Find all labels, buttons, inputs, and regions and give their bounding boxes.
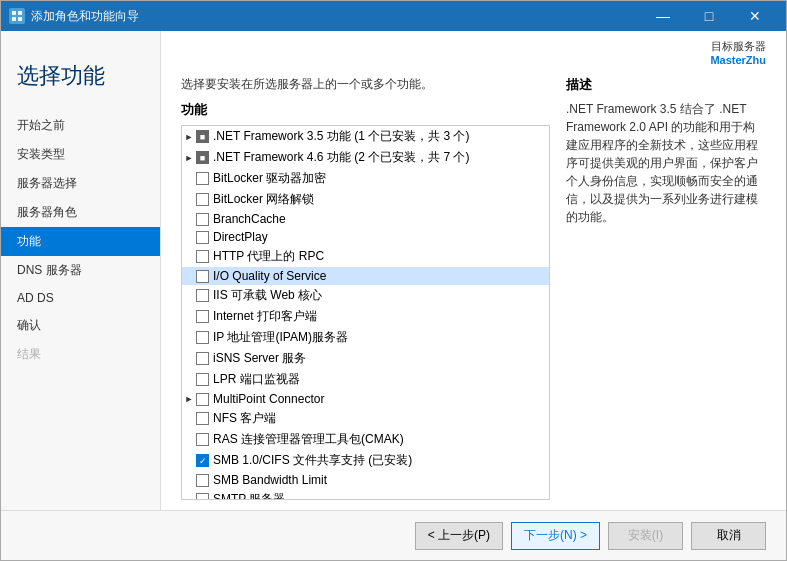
expand-icon[interactable]: ►: [182, 130, 196, 144]
feature-checkbox[interactable]: [196, 352, 209, 365]
sidebar-item-features[interactable]: 功能: [1, 227, 160, 256]
expand-icon[interactable]: ►: [182, 392, 196, 406]
page-title: 选择功能: [17, 61, 144, 91]
feature-label: LPR 端口监视器: [213, 371, 300, 388]
feature-label: DirectPlay: [213, 230, 268, 244]
feature-label: IP 地址管理(IPAM)服务器: [213, 329, 348, 346]
install-button: 安装(I): [608, 522, 683, 550]
feature-checkbox[interactable]: [196, 289, 209, 302]
close-button[interactable]: ✕: [732, 1, 778, 31]
feature-checkbox[interactable]: [196, 412, 209, 425]
feature-item[interactable]: LPR 端口监视器: [182, 369, 549, 390]
feature-label: .NET Framework 4.6 功能 (2 个已安装，共 7 个): [213, 149, 469, 166]
svg-rect-2: [12, 17, 16, 21]
feature-checkbox[interactable]: [196, 393, 209, 406]
feature-checkbox[interactable]: [196, 310, 209, 323]
cancel-button[interactable]: 取消: [691, 522, 766, 550]
feature-label: BranchCache: [213, 212, 286, 226]
back-button[interactable]: < 上一步(P): [415, 522, 503, 550]
feature-item[interactable]: IP 地址管理(IPAM)服务器: [182, 327, 549, 348]
feature-item[interactable]: DirectPlay: [182, 228, 549, 246]
left-panel: 选择要安装在所选服务器上的一个或多个功能。 功能 ►■.NET Framewor…: [181, 76, 550, 500]
feature-checkbox[interactable]: [196, 270, 209, 283]
feature-item[interactable]: Internet 打印客户端: [182, 306, 549, 327]
sidebar-item-server-role[interactable]: 服务器角色: [1, 198, 160, 227]
sidebar-item-ad-ds[interactable]: AD DS: [1, 285, 160, 311]
page-title-area: 选择功能: [1, 51, 160, 107]
svg-rect-1: [18, 11, 22, 15]
feature-label: iSNS Server 服务: [213, 350, 306, 367]
feature-item[interactable]: BranchCache: [182, 210, 549, 228]
feature-item[interactable]: IIS 可承载 Web 核心: [182, 285, 549, 306]
feature-item[interactable]: ►MultiPoint Connector: [182, 390, 549, 408]
svg-rect-0: [12, 11, 16, 15]
feature-checkbox[interactable]: [196, 433, 209, 446]
features-section-label: 功能: [181, 101, 550, 119]
feature-label: BitLocker 驱动器加密: [213, 170, 326, 187]
feature-label: NFS 客户端: [213, 410, 276, 427]
feature-item[interactable]: BitLocker 网络解锁: [182, 189, 549, 210]
window-title: 添加角色和功能向导: [31, 8, 139, 25]
feature-item[interactable]: RAS 连接管理器管理工具包(CMAK): [182, 429, 549, 450]
sidebar-item-result: 结果: [1, 340, 160, 369]
sidebar: 选择功能 开始之前安装类型服务器选择服务器角色功能DNS 服务器AD DS确认结…: [1, 31, 161, 510]
sidebar-item-install-type[interactable]: 安装类型: [1, 140, 160, 169]
right-panel: 描述 .NET Framework 3.5 结合了 .NET Framework…: [566, 76, 766, 500]
feature-label: .NET Framework 3.5 功能 (1 个已安装，共 3 个): [213, 128, 469, 145]
title-bar: 添加角色和功能向导 — □ ✕: [1, 1, 786, 31]
app-icon: [9, 8, 25, 24]
sidebar-item-before-start[interactable]: 开始之前: [1, 111, 160, 140]
title-bar-left: 添加角色和功能向导: [9, 8, 139, 25]
feature-item[interactable]: ►■.NET Framework 3.5 功能 (1 个已安装，共 3 个): [182, 126, 549, 147]
next-button[interactable]: 下一步(N) >: [511, 522, 600, 550]
maximize-button[interactable]: □: [686, 1, 732, 31]
feature-checkbox[interactable]: [196, 493, 209, 500]
desc-label: 描述: [566, 76, 766, 94]
feature-checkbox[interactable]: [196, 172, 209, 185]
sidebar-item-dns-server[interactable]: DNS 服务器: [1, 256, 160, 285]
feature-item[interactable]: HTTP 代理上的 RPC: [182, 246, 549, 267]
main-panel: 目标服务器 MasterZhu 选择要安装在所选服务器上的一个或多个功能。 功能…: [161, 31, 786, 510]
footer: < 上一步(P) 下一步(N) > 安装(I) 取消: [1, 510, 786, 560]
sidebar-item-server-select[interactable]: 服务器选择: [1, 169, 160, 198]
feature-checkbox[interactable]: [196, 474, 209, 487]
feature-checkbox[interactable]: [196, 250, 209, 263]
svg-rect-3: [18, 17, 22, 21]
feature-label: IIS 可承载 Web 核心: [213, 287, 322, 304]
feature-label: RAS 连接管理器管理工具包(CMAK): [213, 431, 404, 448]
feature-checkbox[interactable]: ■: [196, 151, 209, 164]
feature-checkbox[interactable]: ■: [196, 130, 209, 143]
feature-item[interactable]: iSNS Server 服务: [182, 348, 549, 369]
instruction-text: 选择要安装在所选服务器上的一个或多个功能。: [181, 76, 550, 93]
title-bar-controls: — □ ✕: [640, 1, 778, 31]
feature-checkbox[interactable]: [196, 193, 209, 206]
feature-label: I/O Quality of Service: [213, 269, 326, 283]
feature-label: BitLocker 网络解锁: [213, 191, 314, 208]
minimize-button[interactable]: —: [640, 1, 686, 31]
expand-icon[interactable]: ►: [182, 151, 196, 165]
content-area: 选择功能 开始之前安装类型服务器选择服务器角色功能DNS 服务器AD DS确认结…: [1, 31, 786, 510]
server-name: MasterZhu: [710, 54, 766, 66]
feature-checkbox[interactable]: [196, 331, 209, 344]
feature-item[interactable]: I/O Quality of Service: [182, 267, 549, 285]
desc-text: .NET Framework 3.5 结合了 .NET Framework 2.…: [566, 100, 766, 226]
sidebar-item-confirm[interactable]: 确认: [1, 311, 160, 340]
feature-checkbox[interactable]: [196, 373, 209, 386]
feature-label: MultiPoint Connector: [213, 392, 324, 406]
feature-item[interactable]: NFS 客户端: [182, 408, 549, 429]
main-window: 添加角色和功能向导 — □ ✕ 选择功能 开始之前安装类型服务器选择服务器角色功…: [0, 0, 787, 561]
feature-item[interactable]: ►■.NET Framework 4.6 功能 (2 个已安装，共 7 个): [182, 147, 549, 168]
feature-label: HTTP 代理上的 RPC: [213, 248, 324, 265]
feature-label: Internet 打印客户端: [213, 308, 317, 325]
server-label: 目标服务器: [711, 40, 766, 52]
feature-item[interactable]: ✓SMB 1.0/CIFS 文件共享支持 (已安装): [182, 450, 549, 471]
feature-checkbox[interactable]: [196, 231, 209, 244]
feature-checkbox[interactable]: [196, 213, 209, 226]
feature-item[interactable]: BitLocker 驱动器加密: [182, 168, 549, 189]
feature-checkbox[interactable]: ✓: [196, 454, 209, 467]
top-right: 目标服务器 MasterZhu: [161, 31, 786, 66]
feature-item[interactable]: SMB Bandwidth Limit: [182, 471, 549, 489]
feature-list[interactable]: ►■.NET Framework 3.5 功能 (1 个已安装，共 3 个)►■…: [181, 125, 550, 500]
feature-label: SMB 1.0/CIFS 文件共享支持 (已安装): [213, 452, 412, 469]
feature-item[interactable]: SMTP 服务器: [182, 489, 549, 500]
